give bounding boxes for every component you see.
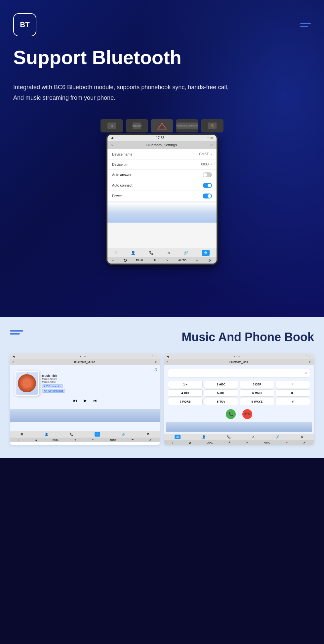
nav-settings-icon-active[interactable]: ⚙ (202, 250, 210, 256)
nav-grid-icon[interactable]: ⊞ (114, 251, 117, 255)
m-sys-ac[interactable]: 〜 (92, 438, 94, 442)
phone-screen-card: ◀ 17:53 ⌃ ▭ ⌂ Bluetooth_Call ↩ ✕ 1 – 2 A… (164, 354, 314, 445)
p-sys-ac[interactable]: 〜 (246, 441, 248, 444)
nav-link-icon[interactable]: 🔗 (183, 251, 188, 255)
p-nav-grid-active[interactable]: ⊞ (175, 435, 181, 439)
badge-a2dp: A2DP connected (42, 384, 63, 388)
music-phone-header: Music And Phone Book (10, 330, 314, 344)
p-nav-person[interactable]: 👤 (202, 435, 206, 439)
end-call-button[interactable]: 📞 (240, 407, 254, 421)
m-nav-grid[interactable]: ⊞ (20, 433, 23, 436)
nav-music-icon[interactable]: ♫ (167, 251, 170, 255)
auto-connect-row[interactable]: Auto connect (107, 180, 217, 191)
p-nav-phone[interactable]: 📞 (227, 435, 231, 439)
m-sys-home[interactable]: ⌂ (18, 439, 19, 441)
hamburger-menu-button[interactable] (300, 23, 311, 27)
m-nav-person[interactable]: 👤 (45, 433, 48, 436)
menu-line-2 (10, 333, 20, 335)
p-nav-link[interactable]: 🔗 (276, 435, 279, 439)
key-6[interactable]: 6 MNO (240, 389, 274, 397)
m-nav-link[interactable]: 🔗 (122, 433, 125, 436)
screen-back-icon: ↩ (210, 143, 213, 147)
wave-area (107, 203, 217, 223)
key-hash[interactable]: # (276, 398, 310, 405)
phone-content: ✕ 1 – 2 ABC 3 DEF * 4 GHI 5 JKL 6 MNO 0 … (164, 365, 314, 434)
m-sys-power[interactable]: ⏻ (35, 439, 37, 441)
p-nav-settings[interactable]: ⚙ (301, 435, 304, 439)
phone-clear-button[interactable]: ✕ (304, 372, 307, 375)
p-sys-power[interactable]: ⏻ (189, 442, 191, 444)
music-controls: ⏮ ▶ ⏭ (70, 396, 100, 406)
dash-btn-2: FOG OFF (126, 119, 148, 132)
key-0[interactable]: 0 · (276, 389, 310, 397)
p-sys-dual: DUAL (207, 442, 213, 444)
key-2[interactable]: 2 ABC (204, 381, 239, 388)
sys-ac-icon[interactable]: 〜 (166, 258, 169, 263)
auto-answer-toggle[interactable] (203, 172, 212, 177)
music-home-icon: ⌂ (13, 360, 14, 364)
screen-ui: ◀ 17:53 ⌃ ▭ ⌂ Bluetooth_Settings ↩ Devic… (107, 135, 217, 264)
svg-text:PASSENGER AIRBAG OFF: PASSENGER AIRBAG OFF (176, 125, 198, 127)
key-7[interactable]: 7 PQRS (168, 398, 203, 405)
auto-connect-toggle[interactable] (203, 183, 212, 188)
sys-power-icon[interactable]: ⏻ (124, 259, 127, 262)
play-button[interactable]: ▶ (84, 398, 87, 403)
phone-input-field[interactable] (171, 371, 304, 375)
auto-answer-row[interactable]: Auto answer (107, 170, 217, 180)
key-8[interactable]: 8 TUV (204, 398, 239, 405)
nav-phone-icon[interactable]: 📞 (149, 251, 154, 255)
p-sys-auto: AUTO (264, 442, 270, 444)
m-nav-phone[interactable]: 📞 (70, 433, 73, 436)
power-toggle[interactable] (203, 194, 212, 198)
p-sys-vol[interactable]: 🔊 (303, 441, 306, 444)
auto-connect-label: Auto connect (112, 183, 132, 187)
phone-wave (166, 422, 312, 432)
prev-button[interactable]: ⏮ (73, 398, 77, 403)
sys-snow-icon[interactable]: ❄ (153, 259, 156, 262)
header-section: BT Support Bluetooth Integrated with BC6… (0, 0, 324, 317)
menu-line-1 (10, 330, 23, 332)
device-name-value: CarBT (199, 152, 209, 156)
key-3[interactable]: 3 DEF (240, 381, 274, 388)
section-menu-icon[interactable] (10, 330, 23, 335)
sys-auto-label: AUTO (178, 259, 186, 262)
music-title: Music Title (42, 374, 155, 377)
screen-nav-title: Bluetooth_Settings (146, 143, 177, 147)
p-sys-home[interactable]: ⌂ (172, 442, 173, 444)
m-sys-vol[interactable]: 🔊 (149, 439, 152, 441)
key-star[interactable]: * (276, 381, 310, 388)
sys-dual-label: DUAL (136, 259, 144, 262)
key-5[interactable]: 5 JKL (204, 389, 239, 397)
phone-bottom-nav: ⊞ 👤 📞 ♫ 🔗 ⚙ (164, 434, 314, 440)
power-row[interactable]: Power (107, 191, 217, 201)
music-bottom-nav: ⊞ 👤 📞 ♫ 🔗 ⚙ (10, 431, 160, 438)
music-artist: Music Artist (42, 380, 155, 383)
call-buttons: 📞 📞 (166, 407, 312, 422)
accept-call-button[interactable]: 📞 (226, 409, 236, 419)
m-nav-settings[interactable]: ⚙ (147, 433, 149, 436)
bt-logo: BT (13, 13, 36, 36)
m-nav-music-active[interactable]: ♫ (95, 432, 100, 437)
next-button[interactable]: ⏭ (93, 398, 97, 403)
music-status-bar: ◀ 17:53 ⌃ ▭ (10, 354, 160, 359)
p-sys-snow[interactable]: ❄ (228, 441, 230, 444)
m-sys-fan[interactable]: ⇌ (132, 439, 134, 441)
power-label: Power (112, 194, 122, 198)
p-nav-music[interactable]: ♫ (252, 435, 254, 439)
m-sys-snow[interactable]: ❄ (74, 439, 76, 441)
phone-bottom-nav2: ⌂ ⏻ DUAL ❄ 〜 AUTO ⇌ 🔊 (164, 440, 314, 445)
p-sys-fan[interactable]: ⇌ (286, 441, 288, 444)
sys-vol-icon[interactable]: 🔊 (208, 259, 212, 262)
dashboard-buttons: ⊞ FOG OFF ! PASSENGER AIRBAG OFF 🪑 (101, 119, 223, 132)
title-divider (13, 75, 311, 75)
music-album: Music Album (42, 377, 155, 380)
sys-home-icon[interactable]: ⌂ (112, 259, 114, 262)
nav-person-icon[interactable]: 👤 (131, 251, 136, 255)
screen-bottom-nav: ⊞ 👤 📞 ♫ 🔗 ⚙ (107, 248, 217, 257)
key-1[interactable]: 1 – (168, 381, 203, 388)
key-9[interactable]: 9 WXYZ (240, 398, 274, 405)
key-4[interactable]: 4 GHI (168, 389, 203, 397)
screen-status-bar: ◀ 17:53 ⌃ ▭ (107, 135, 217, 141)
music-screen-card: ◀ 17:53 ⌃ ▭ ⌂ Bluetooth_Music ↩ ♫ (10, 354, 160, 445)
sys-fan-icon[interactable]: ⇌ (196, 259, 199, 262)
